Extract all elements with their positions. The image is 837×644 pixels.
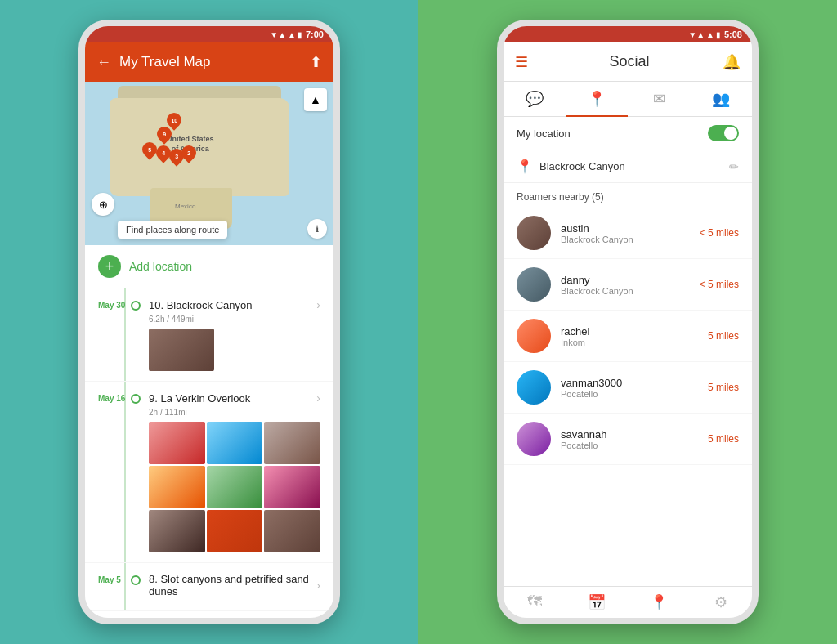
social-page-title: Social	[609, 53, 649, 70]
right-phone: ▼▲ ▲ ▮ 5:08 ☰ Social 🔔 💬 📍 ✉ 👥	[497, 20, 759, 624]
tab-chat[interactable]: 💬	[504, 82, 566, 116]
bottom-nav-calendar[interactable]: 📅	[566, 593, 628, 611]
roamer-loc-danny: Blackrock Canyon	[561, 286, 690, 296]
timeline-item-3[interactable]: May 5 8. Slot canyons and petrified sand…	[85, 563, 333, 611]
photo-2-7	[149, 510, 205, 552]
scroll-content: + Add location May 30 10. Blackrock Cany…	[85, 245, 333, 618]
photo-2-6	[264, 466, 320, 508]
social-tabs: 💬 📍 ✉ 👥	[504, 82, 752, 117]
photo-grid-2	[149, 422, 320, 552]
roamer-loc-austin: Blackrock Canyon	[561, 235, 690, 244]
timeline-title-1: 10. Blackrock Canyon ›	[149, 298, 320, 311]
timeline-date-3: May 5	[98, 573, 131, 601]
roamer-name-austin: austin	[561, 222, 690, 235]
roamer-item-vanman[interactable]: vanman3000 Pocatello 5 miles	[504, 362, 752, 414]
location-pin-icon: 📍	[517, 159, 533, 174]
timeline-name-1: 10. Blackrock Canyon	[149, 299, 252, 311]
current-place-name: Blackrock Canyon	[539, 160, 723, 172]
right-status-bar: ▼▲ ▲ ▮ 5:08	[504, 26, 752, 42]
compass-button[interactable]: ▲	[304, 88, 327, 111]
add-location-row[interactable]: + Add location	[85, 245, 333, 288]
photo-2-5	[207, 466, 263, 508]
map-area[interactable]: United Statesof America Mexico ▲ ⊕ ℹ Fin…	[85, 82, 333, 245]
photo-grid-1	[149, 329, 320, 371]
location-tab-icon: 📍	[588, 90, 606, 108]
roamer-dist-rachel: 5 miles	[708, 330, 739, 342]
roamer-dist-austin: < 5 miles	[700, 227, 739, 239]
roamer-item-danny[interactable]: danny Blackrock Canyon < 5 miles	[504, 259, 752, 311]
locate-button[interactable]: ⊕	[92, 193, 114, 216]
right-panel: ▼▲ ▲ ▮ 5:08 ☰ Social 🔔 💬 📍 ✉ 👥	[418, 0, 837, 644]
roamer-avatar-savannah	[517, 422, 551, 456]
roamer-item-savannah[interactable]: savannah Pocatello 5 miles	[504, 414, 752, 465]
roamer-loc-savannah: Pocatello	[561, 441, 698, 450]
battery-icon: ▮	[298, 30, 302, 39]
roamer-name-vanman: vanman3000	[561, 377, 698, 389]
roamer-dist-danny: < 5 miles	[700, 279, 739, 290]
photo-canyon	[149, 329, 214, 371]
left-phone: ▼▲ ▲ ▮ 7:00 ← My Travel Map ⬆ United Sta…	[78, 20, 340, 624]
roamer-name-savannah: savannah	[561, 428, 698, 441]
bottom-nav: 🗺 📅 📍 ⚙	[504, 586, 752, 618]
roamer-name-danny: danny	[561, 274, 690, 286]
bottom-nav-social[interactable]: 📍	[628, 593, 690, 611]
bottom-nav-map[interactable]: 🗺	[504, 593, 566, 611]
nav-social-icon: 📍	[650, 593, 668, 611]
timeline-dot-3	[131, 575, 141, 585]
chat-icon: 💬	[526, 90, 544, 108]
roamer-name-rachel: rachel	[561, 325, 698, 338]
photo-cell-1	[149, 329, 214, 371]
roamer-loc-vanman: Pocatello	[561, 389, 698, 399]
roamer-dist-vanman: 5 miles	[708, 382, 739, 393]
tab-location[interactable]: 📍	[566, 82, 628, 116]
chevron-icon-2: ›	[316, 391, 320, 405]
roamer-avatar-danny	[517, 267, 551, 302]
info-button[interactable]: ℹ	[307, 219, 327, 239]
timeline-title-2: 9. La Verkin Overlook ›	[149, 391, 320, 405]
share-button[interactable]: ⬆	[310, 53, 322, 71]
roamer-item-austin[interactable]: austin Blackrock Canyon < 5 miles	[504, 208, 752, 259]
timeline-dot-1	[131, 301, 141, 311]
timeline-subtitle-2: 2h / 111mi	[149, 408, 320, 417]
nav-settings-icon: ⚙	[714, 593, 727, 611]
mail-icon: ✉	[653, 90, 665, 108]
bottom-nav-settings[interactable]: ⚙	[690, 593, 752, 611]
timeline-dot-2	[131, 394, 141, 404]
nav-calendar-icon: 📅	[588, 593, 606, 611]
roamer-avatar-austin	[517, 216, 551, 250]
notification-bell-icon[interactable]: 🔔	[723, 53, 741, 71]
roamer-dist-savannah: 5 miles	[708, 433, 739, 445]
roamer-loc-rachel: Inkom	[561, 338, 698, 347]
timeline-date-2: May 16	[98, 391, 131, 552]
timeline-date-1: May 30	[98, 298, 131, 371]
roamers-header: Roamers nearby (5)	[504, 183, 752, 208]
add-location-button[interactable]: +	[98, 255, 121, 278]
add-location-label: Add location	[129, 260, 192, 273]
timeline-item-2[interactable]: May 16 9. La Verkin Overlook › 2h / 111m…	[85, 382, 333, 563]
menu-icon[interactable]: ☰	[515, 53, 528, 71]
app-header: ← My Travel Map ⬆	[85, 42, 333, 82]
timeline-title-3: 8. Slot canyons and petrified sand dunes…	[149, 573, 320, 597]
back-button[interactable]: ←	[96, 54, 111, 71]
timeline-item-1[interactable]: May 30 10. Blackrock Canyon › 6.2h / 449…	[85, 288, 333, 382]
map-background: United Statesof America Mexico ▲ ⊕ ℹ Fin…	[85, 82, 333, 245]
timeline-body-1: 10. Blackrock Canyon › 6.2h / 449mi	[149, 298, 320, 371]
signal-icon: ▼▲	[270, 30, 286, 39]
roamer-info-austin: austin Blackrock Canyon	[561, 222, 690, 244]
photo-2-8	[207, 510, 263, 552]
social-scroll: My location 📍 Blackrock Canyon ✏ Roamers…	[504, 117, 752, 586]
timeline-body-2: 9. La Verkin Overlook › 2h / 111mi	[149, 391, 320, 552]
right-battery-icon: ▮	[716, 30, 721, 39]
photo-2-9	[264, 510, 320, 552]
current-location-row: 📍 Blackrock Canyon ✏	[504, 150, 752, 183]
right-wifi-icon: ▲	[706, 30, 714, 39]
timeline: May 30 10. Blackrock Canyon › 6.2h / 449…	[85, 288, 333, 611]
edit-location-button[interactable]: ✏	[729, 160, 739, 173]
location-toggle[interactable]	[708, 125, 739, 141]
tab-mail[interactable]: ✉	[628, 82, 690, 116]
tab-people[interactable]: 👥	[690, 82, 752, 116]
roamer-item-rachel[interactable]: rachel Inkom 5 miles	[504, 311, 752, 362]
map-mexico-label: Mexico	[175, 203, 195, 210]
route-tooltip: Find places along route	[118, 221, 227, 239]
photo-2-2	[207, 422, 263, 464]
